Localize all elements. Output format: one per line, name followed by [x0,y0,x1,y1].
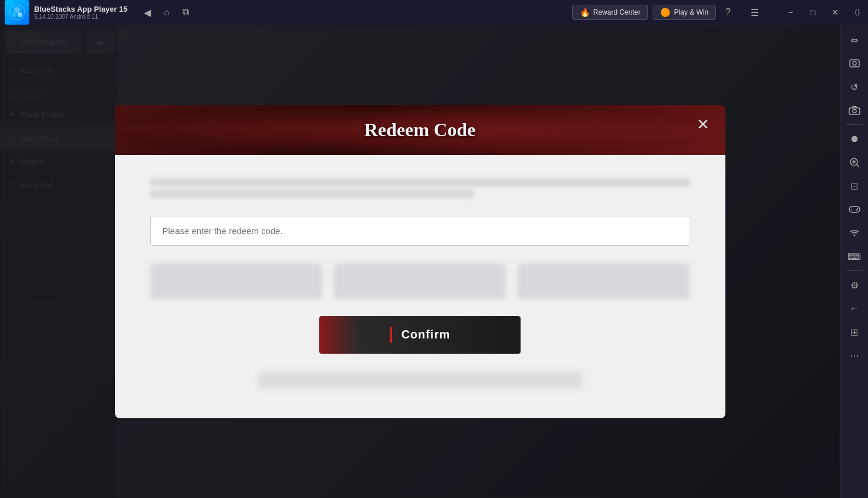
sidebar-collapse-icon[interactable]: ← [844,298,865,319]
svg-point-1 [14,7,20,13]
play-win-label: Play & Win [674,8,708,16]
sidebar-toggle-button[interactable]: ⟨⟩ [847,2,868,23]
title-bar-center: 🔥 Reward Center 🟠 Play & Win ? ☰ [200,5,775,21]
minimize-button[interactable]: − [780,2,801,23]
maximize-button[interactable]: □ [802,2,823,23]
svg-rect-12 [849,206,860,212]
play-win-button[interactable]: 🟠 Play & Win [653,5,716,20]
sidebar-camera-icon[interactable] [844,100,865,121]
svg-point-14 [856,208,857,209]
nav-buttons: ◀ ⌂ ⧉ [139,5,194,21]
right-sidebar: ⇔ ↺ ⏺ ⊡ [840,25,868,498]
sidebar-screenshot-icon[interactable] [844,53,865,74]
app-version: 5.14.10.1007 Android 11 [34,13,127,20]
sidebar-settings-icon[interactable]: ⚙ [844,275,865,296]
redeem-modal: Redeem Code ✕ Confirm [115,105,725,418]
sidebar-refresh-icon[interactable]: ↺ [844,76,865,97]
app-name: BlueStacks App Player 15 [34,5,127,13]
coin-icon: 🟠 [660,8,670,17]
main-content: Personalize ☁ ≡Accounts Account InfoInfo… [0,25,840,498]
svg-point-3 [18,12,22,17]
back-button[interactable]: ◀ [139,5,156,21]
sidebar-record-icon[interactable]: ⏺ [844,128,865,150]
sidebar-zoom-icon[interactable] [844,152,865,173]
window-controls: − □ ✕ ⟨⟩ [780,2,868,23]
sidebar-resize-icon[interactable]: ⊡ [844,175,865,197]
reward-center-button[interactable]: 🔥 Reward Center [572,5,649,20]
svg-point-16 [853,235,855,236]
title-bar: BlueStacks App Player 15 5.14.10.1007 An… [0,0,868,25]
window-close-button[interactable]: ✕ [825,2,846,23]
flame-icon: 🔥 [580,8,590,17]
svg-point-15 [856,209,857,211]
item-3 [518,263,690,299]
bottom-blur-row [258,371,582,389]
redeem-code-input[interactable] [150,216,690,246]
home-button[interactable]: ⌂ [159,5,174,20]
description-line-2 [150,190,474,198]
reward-center-label: Reward Center [593,8,641,16]
sidebar-divider-1 [846,124,863,125]
sidebar-divider-2 [846,270,863,271]
sidebar-more-icon[interactable]: ⋯ [844,345,865,366]
modal-close-button[interactable]: ✕ [693,114,714,135]
items-row [150,263,690,299]
app-logo [5,0,29,25]
help-button[interactable]: ? [721,5,735,20]
modal-body: Confirm [115,155,725,418]
modal-header: Redeem Code ✕ [115,105,725,155]
description-line-1 [150,178,690,187]
sidebar-wifi-icon[interactable] [844,222,865,243]
svg-point-2 [12,12,16,17]
sidebar-gamepad-icon[interactable] [844,199,865,220]
item-1 [150,263,322,299]
sidebar-layout-icon[interactable]: ⊞ [844,321,865,343]
menu-button[interactable]: ☰ [746,5,764,21]
svg-line-9 [856,165,859,168]
svg-point-5 [853,62,856,65]
sidebar-keyboard-icon[interactable]: ⌨ [844,246,865,267]
description-area [150,178,690,198]
confirm-button[interactable]: Confirm [319,316,521,354]
tabs-button[interactable]: ⧉ [178,5,194,20]
svg-rect-6 [849,108,860,114]
modal-title: Redeem Code [364,119,475,141]
svg-rect-4 [850,60,859,67]
app-name-group: BlueStacks App Player 15 5.14.10.1007 An… [34,5,127,20]
sidebar-expand-icon[interactable]: ⇔ [844,29,865,50]
item-2 [334,263,506,299]
confirm-label: Confirm [401,328,451,341]
svg-point-7 [853,110,856,113]
